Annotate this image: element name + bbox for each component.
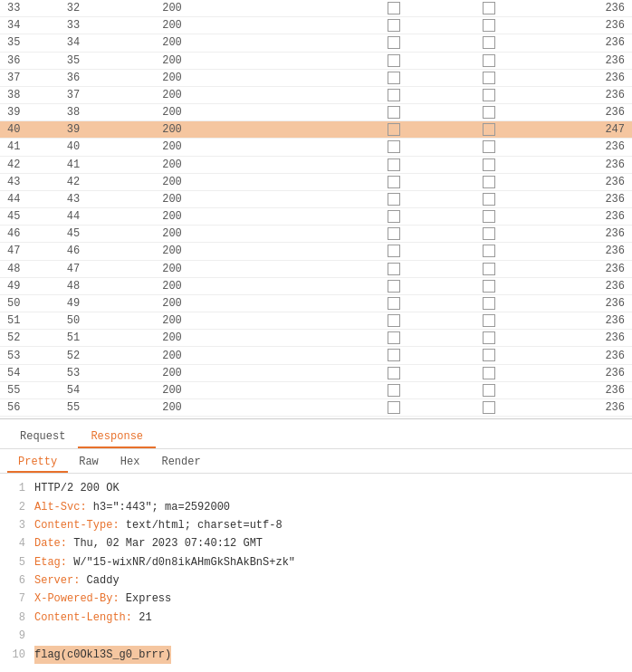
table-row[interactable]: 4241200236 [0, 156, 632, 173]
tab-request[interactable]: Request [7, 427, 78, 448]
checkbox-col4[interactable] [346, 312, 441, 330]
section-divider [0, 418, 632, 419]
checkbox-col5[interactable] [441, 381, 536, 398]
response-line: 3Content-Type: text/html; charset=utf-8 [7, 516, 625, 534]
checkbox-col4[interactable] [346, 226, 441, 243]
checkbox-col5[interactable] [441, 208, 536, 226]
checkbox-col5[interactable] [441, 330, 536, 347]
response-line: 8Content-Length: 21 [7, 609, 625, 627]
sub-tabs-bar: Pretty Raw Hex Render [0, 449, 632, 474]
checkbox-col4[interactable] [346, 156, 441, 173]
table-row[interactable]: 4039200247 [0, 121, 632, 139]
tab-response[interactable]: Response [78, 427, 156, 448]
checkbox-col5[interactable] [441, 86, 536, 103]
checkbox-col4[interactable] [346, 34, 441, 52]
table-row[interactable]: 3433200236 [0, 17, 632, 34]
checkbox-col5[interactable] [441, 173, 536, 190]
checkbox-col5[interactable] [441, 260, 536, 277]
checkbox-col4[interactable] [346, 190, 441, 207]
checkbox-col4[interactable] [346, 139, 441, 156]
table-row[interactable]: 3938200236 [0, 104, 632, 121]
checkbox-col4[interactable] [346, 294, 441, 312]
checkbox-col4[interactable] [346, 330, 441, 347]
table-row[interactable]: 5352200236 [0, 347, 632, 364]
checkbox-col5[interactable] [441, 347, 536, 364]
table-row[interactable]: 4443200236 [0, 190, 632, 207]
checkbox-col4[interactable] [346, 243, 441, 260]
checkbox-col5[interactable] [441, 277, 536, 294]
response-line: 5Etag: W/"15-wixNR/d0n8ikAHmGkShAkBnS+zk… [7, 553, 625, 571]
checkbox-col4[interactable] [346, 0, 441, 17]
table-row[interactable]: 4746200236 [0, 243, 632, 260]
checkbox-col5[interactable] [441, 156, 536, 173]
table-row[interactable]: 5251200236 [0, 330, 632, 347]
checkbox-col5[interactable] [441, 312, 536, 330]
checkbox-col4[interactable] [346, 260, 441, 277]
table-row[interactable]: 5655200236 [0, 398, 632, 416]
checkbox-col4[interactable] [346, 277, 441, 294]
table-row[interactable]: 4342200236 [0, 173, 632, 190]
response-line: 9 [7, 627, 625, 645]
checkbox-col5[interactable] [441, 139, 536, 156]
checkbox-col5[interactable] [441, 69, 536, 86]
table-row[interactable]: 4948200236 [0, 277, 632, 294]
checkbox-col5[interactable] [441, 226, 536, 243]
checkbox-col4[interactable] [346, 17, 441, 34]
table-row[interactable]: 4645200236 [0, 226, 632, 243]
checkbox-col4[interactable] [346, 86, 441, 103]
table-row[interactable]: 4140200236 [0, 139, 632, 156]
checkbox-col4[interactable] [346, 52, 441, 69]
checkbox-col5[interactable] [441, 52, 536, 69]
checkbox-col4[interactable] [346, 208, 441, 226]
checkbox-col4[interactable] [346, 69, 441, 86]
checkbox-col5[interactable] [441, 243, 536, 260]
table-row[interactable]: 5150200236 [0, 312, 632, 330]
response-line: 2Alt-Svc: h3=":443"; ma=2592000 [7, 498, 625, 516]
response-line: 4Date: Thu, 02 Mar 2023 07:40:12 GMT [7, 534, 625, 552]
sub-tab-pretty[interactable]: Pretty [7, 453, 68, 473]
sub-tab-render[interactable]: Render [150, 453, 211, 473]
response-table: 3332200236343320023635342002363635200236… [0, 0, 632, 417]
response-line: 1HTTP/2 200 OK [7, 479, 625, 497]
table-row[interactable]: 3736200236 [0, 69, 632, 86]
main-tabs-bar: Request Response [0, 423, 632, 449]
response-line: 10flag(c0Okl3S_g0_brrr) [7, 646, 625, 664]
response-line: 7X-Powered-By: Express [7, 590, 625, 608]
checkbox-col5[interactable] [441, 190, 536, 207]
checkbox-col4[interactable] [346, 347, 441, 364]
checkbox-col4[interactable] [346, 398, 441, 416]
table-row[interactable]: 5554200236 [0, 381, 632, 398]
checkbox-col4[interactable] [346, 121, 441, 139]
table-row[interactable]: 3332200236 [0, 0, 632, 17]
response-line: 6Server: Caddy [7, 571, 625, 590]
request-table: 3332200236343320023635342002363635200236… [0, 0, 632, 417]
table-row[interactable]: 3837200236 [0, 86, 632, 103]
sub-tab-hex[interactable]: Hex [110, 453, 151, 473]
table-row[interactable]: 5049200236 [0, 294, 632, 312]
table-row[interactable]: 3635200236 [0, 52, 632, 69]
table-row[interactable]: 3534200236 [0, 34, 632, 52]
table-row[interactable]: 4544200236 [0, 208, 632, 226]
checkbox-col5[interactable] [441, 34, 536, 52]
checkbox-col5[interactable] [441, 294, 536, 312]
table-row[interactable]: 5453200236 [0, 364, 632, 381]
checkbox-col5[interactable] [441, 121, 536, 139]
sub-tab-raw[interactable]: Raw [68, 453, 110, 473]
checkbox-col5[interactable] [441, 0, 536, 17]
checkbox-col5[interactable] [441, 364, 536, 381]
checkbox-col5[interactable] [441, 398, 536, 416]
checkbox-col5[interactable] [441, 104, 536, 121]
checkbox-col5[interactable] [441, 17, 536, 34]
checkbox-col4[interactable] [346, 104, 441, 121]
checkbox-col4[interactable] [346, 364, 441, 381]
checkbox-col4[interactable] [346, 381, 441, 398]
checkbox-col4[interactable] [346, 173, 441, 190]
response-body: 1HTTP/2 200 OK2Alt-Svc: h3=":443"; ma=25… [0, 474, 632, 669]
table-row[interactable]: 4847200236 [0, 260, 632, 277]
